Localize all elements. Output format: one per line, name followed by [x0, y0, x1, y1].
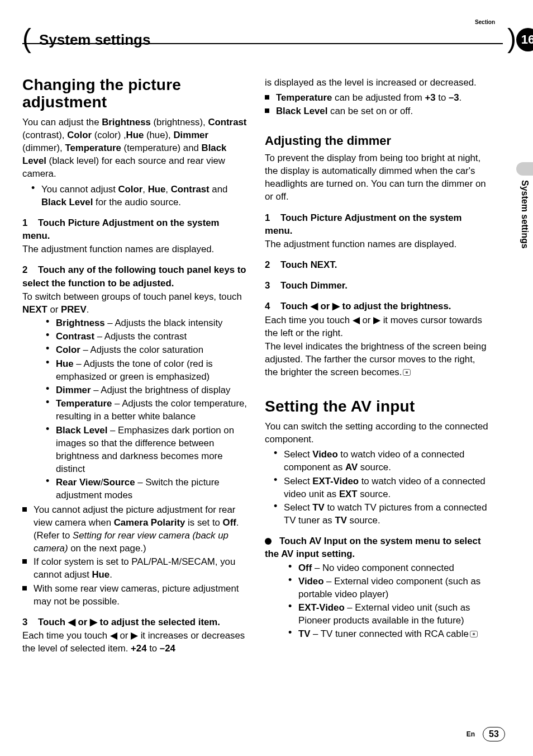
step-1-lead: 1Touch Picture Adjustment on the system …	[22, 216, 248, 242]
list-item: Contrast – Adjusts the contrast	[56, 330, 248, 343]
note-item: You cannot adjust the picture adjustment…	[34, 503, 248, 555]
side-tab-label: System settings	[520, 178, 530, 249]
section-number-badge: 16	[516, 28, 533, 51]
av-note: Select TV to watch TV pictures from a co…	[284, 501, 491, 527]
filled-circle-icon	[265, 538, 272, 545]
section-word: Section	[475, 19, 495, 25]
dimmer-step-4-follow2: The level indicates the brightness of th…	[265, 340, 491, 379]
av-options: Off – No video component connected Video…	[265, 561, 491, 641]
step-2-follow: To switch between groups of touch panel …	[22, 290, 248, 316]
dimmer-intro: To prevent the display from being too br…	[265, 152, 491, 204]
language-code: En	[467, 730, 475, 738]
list-item: EXT-Video – External video unit (such as…	[298, 601, 491, 627]
page-footer: En 53	[467, 727, 505, 741]
note-item: If color system is set to PAL/PAL-M/SECA…	[34, 555, 248, 581]
list-item: Hue – Adjusts the tone of color (red is …	[56, 357, 248, 383]
side-tab: System settings	[516, 162, 533, 249]
continuation-text: is displayed as the level is increased o…	[265, 76, 491, 89]
dimmer-step-1-follow: The adjustment function names are displa…	[265, 238, 491, 251]
section-end-icon	[403, 369, 411, 376]
section-end-icon	[470, 631, 478, 637]
av-note: Select Video to watch video of a connect…	[284, 448, 491, 474]
page-number: 53	[483, 727, 505, 741]
function-list: Brightness – Adjusts the black intensity…	[22, 316, 248, 502]
picture-adjust-notes: You cannot adjust the picture adjustment…	[22, 503, 248, 608]
paren-left-icon: (	[22, 25, 31, 52]
intro-note: You cannot adjust Color, Hue, Contrast a…	[41, 183, 248, 209]
step-3-lead: 3Touch ◀ or ▶ to adjust the selected ite…	[22, 616, 248, 629]
heading-changing-picture: Changing the picture adjustment	[22, 76, 248, 111]
list-item: Rear View/Source – Switch the picture ad…	[56, 476, 248, 502]
list-item: Off – No video component connected	[298, 561, 491, 574]
header-title: System settings	[31, 31, 156, 49]
av-action-lead: Touch AV Input on the system menu to sel…	[265, 535, 491, 560]
note-item: Temperature can be adjusted from +3 to –…	[276, 91, 491, 104]
av-note: Select EXT-Video to watch video of a con…	[284, 475, 491, 500]
dimmer-step-3: 3Touch Dimmer.	[265, 279, 491, 292]
left-column: Changing the picture adjustment You can …	[22, 76, 248, 655]
step-2-lead: 2Touch any of the following touch panel …	[22, 263, 248, 289]
heading-av-input: Setting the AV input	[265, 398, 491, 415]
av-intro: You can switch the setting according to …	[265, 420, 491, 446]
dimmer-step-4-follow1: Each time you touch ◀ or ▶ it moves curs…	[265, 314, 491, 339]
list-item: Color – Adjusts the color saturation	[56, 343, 248, 356]
list-item: TV – TV tuner connected with RCA cable	[298, 627, 491, 640]
dimmer-step-4-lead: 4Touch ◀ or ▶ to adjust the brightness.	[265, 300, 491, 313]
paren-right-icon: )	[507, 25, 516, 52]
list-item: Temperature – Adjusts the color temperat…	[56, 397, 248, 423]
heading-dimmer: Adjusting the dimmer	[265, 133, 491, 149]
list-item: Video – External video component (such a…	[298, 575, 491, 601]
note-item: With some rear view cameras, picture adj…	[34, 582, 248, 608]
intro-paragraph: You can adjust the Brightness (brightnes…	[22, 116, 248, 181]
dimmer-step-1-lead: 1Touch Picture Adjustment on the system …	[265, 211, 491, 237]
list-item: Brightness – Adjusts the black intensity	[56, 316, 248, 329]
note-item: Black Level can be set on or off.	[276, 105, 491, 117]
side-tab-pill-icon	[516, 162, 533, 176]
list-item: Black Level – Emphasizes dark portion on…	[56, 424, 248, 476]
step-3-follow: Each time you touch ◀ or ▶ it increases …	[22, 629, 248, 655]
page-header: Section ( System settings ) 16	[22, 21, 503, 50]
right-column: is displayed as the level is increased o…	[265, 76, 491, 655]
step-1-follow: The adjustment function names are displa…	[22, 243, 248, 256]
list-item: Dimmer – Adjust the brightness of displa…	[56, 384, 248, 396]
dimmer-step-2: 2Touch NEXT.	[265, 258, 491, 271]
